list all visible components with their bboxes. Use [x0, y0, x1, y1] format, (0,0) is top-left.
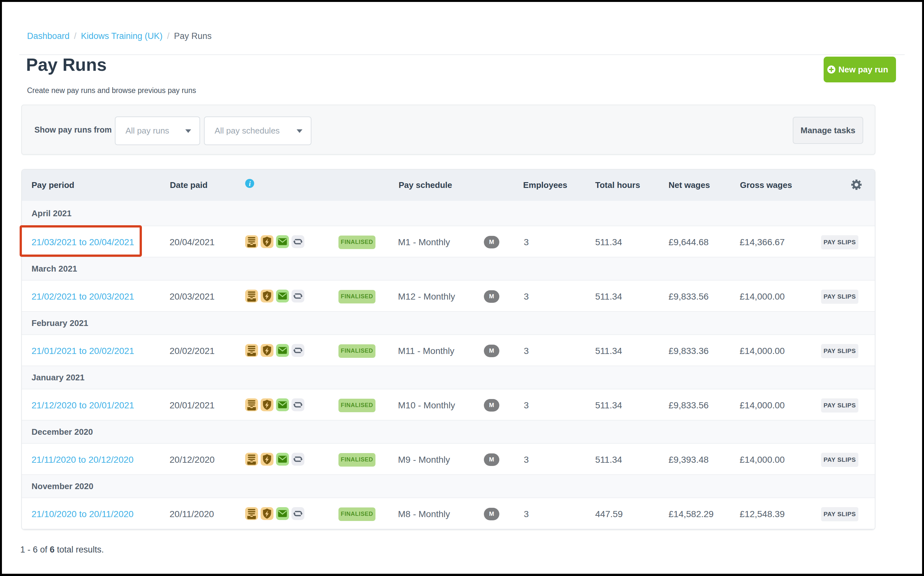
svg-text:i: i — [249, 180, 251, 187]
